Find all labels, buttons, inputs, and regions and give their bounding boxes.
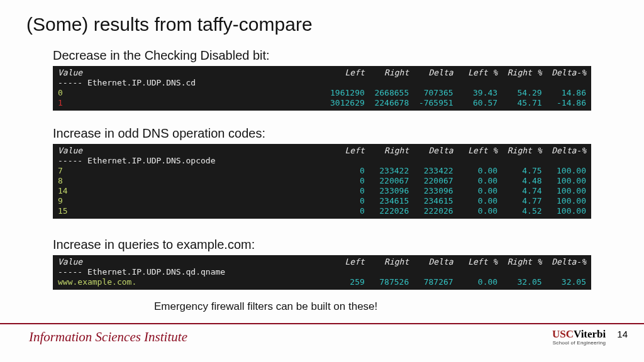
cd-data-0: 1961290 2668655 707365 39.43 54.29 14.86 <box>296 88 586 98</box>
table-row: 0 1961290 2668655 707365 39.43 54.29 14.… <box>58 88 586 98</box>
op-v-9: 9 <box>58 196 63 206</box>
terminal-opcode: Value Left Right Delta Left % Right % De… <box>53 144 591 219</box>
cd-value-1: 1 <box>58 98 63 107</box>
page-title: (Some) results from taffy-compare <box>26 14 313 35</box>
path-qname: ----- Ethernet.IP.UDP.DNS.qd.qname <box>58 267 586 277</box>
terminal-cd: Value Left Right Delta Left % Right % De… <box>53 66 591 111</box>
table-row: 15 0 222026 222026 0.00 4.52 100.00 <box>58 206 586 216</box>
op-d-7: 0 233422 233422 0.00 4.75 100.00 <box>325 166 586 176</box>
col-value: Value <box>58 146 82 155</box>
path-cd: ----- Ethernet.IP.UDP.DNS.cd <box>58 78 586 88</box>
col-headers: Left Right Delta Left % Right % Delta-% <box>296 146 586 156</box>
op-v-7: 7 <box>58 166 63 175</box>
op-v-15: 15 <box>58 206 68 216</box>
op-d-15: 0 222026 222026 0.00 4.52 100.00 <box>325 206 586 216</box>
qname-d: 259 787526 787267 0.00 32.05 32.05 <box>340 277 586 287</box>
table-row: www.example.com. 259 787526 787267 0.00 … <box>58 277 586 287</box>
subtitle-opcode: Increase in odd DNS operation codes: <box>53 126 265 141</box>
table-row: 8 0 220067 220067 0.00 4.48 100.00 <box>58 176 586 186</box>
op-v-8: 8 <box>58 176 63 185</box>
soe-text: School of Engineering <box>552 340 606 346</box>
op-v-14: 14 <box>58 186 68 195</box>
op-d-14: 0 233096 233096 0.00 4.74 100.00 <box>325 186 586 196</box>
cd-data-1: 3012629 2246678 -765951 60.57 45.71 -14.… <box>296 98 586 108</box>
table-row: 14 0 233096 233096 0.00 4.74 100.00 <box>58 186 586 196</box>
op-d-8: 0 220067 220067 0.00 4.48 100.00 <box>325 176 586 186</box>
subtitle-cd: Decrease in the Checking Disabled bit: <box>53 48 270 63</box>
page-number: 14 <box>617 329 628 339</box>
subtitle-qname: Increase in queries to example.com: <box>53 238 255 252</box>
usc-viterbi-logo: USCViterbi School of Engineering <box>552 328 606 346</box>
op-d-9: 0 234615 234615 0.00 4.77 100.00 <box>325 196 586 206</box>
col-headers: Left Right Delta Left % Right % Delta-% <box>296 68 586 78</box>
slide: (Some) results from taffy-compare Decrea… <box>0 0 644 362</box>
footer: Information Sciences Institute USCViterb… <box>0 323 644 346</box>
viterbi-text: Viterbi <box>574 328 606 340</box>
emergency-note: Emergency firewall filters can be built … <box>154 300 377 313</box>
table-row: 9 0 234615 234615 0.00 4.77 100.00 <box>58 196 586 206</box>
col-headers: Left Right Delta Left % Right % Delta-% <box>296 257 586 267</box>
isi-logo: Information Sciences Institute <box>29 329 187 345</box>
qname-v: www.example.com. <box>58 277 136 287</box>
table-row: 7 0 233422 233422 0.00 4.75 100.00 <box>58 166 586 176</box>
table-row: 1 3012629 2246678 -765951 60.57 45.71 -1… <box>58 98 586 108</box>
usc-text: USC <box>552 328 574 340</box>
col-value: Value <box>58 257 82 266</box>
col-value: Value <box>58 68 82 77</box>
terminal-qname: Value Left Right Delta Left % Right % De… <box>53 255 591 290</box>
path-opcode: ----- Ethernet.IP.UDP.DNS.opcode <box>58 156 586 166</box>
cd-value-0: 0 <box>58 88 63 97</box>
